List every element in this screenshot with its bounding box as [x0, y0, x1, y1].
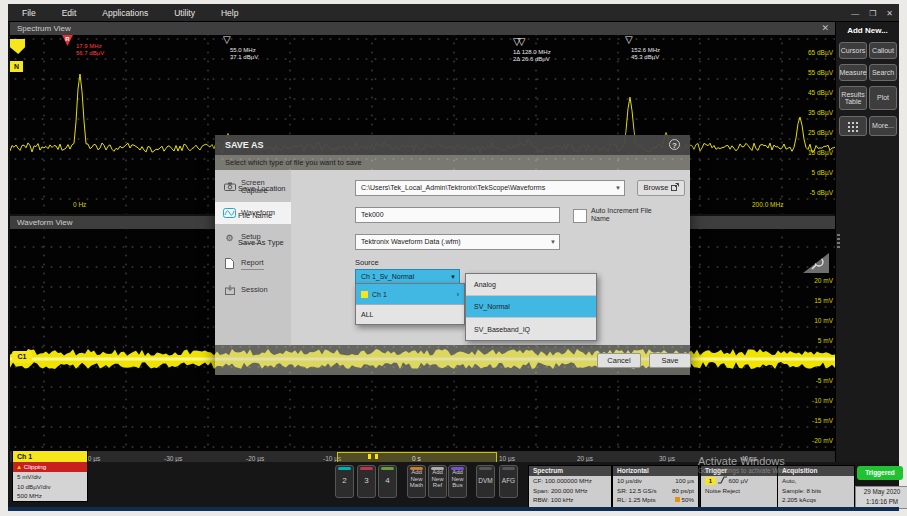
tab-report[interactable]: Report: [215, 254, 291, 274]
spectrum-y-label: 15 dBµV: [808, 149, 833, 156]
search-button[interactable]: Search: [869, 64, 897, 81]
camera-icon: [223, 182, 236, 192]
submenu-item-sv-baseband-iq[interactable]: SV_Baseband_IQ: [466, 318, 596, 340]
waveform-y-label: -10 mV: [812, 397, 833, 404]
horizontal-badge-title: Horizontal: [613, 466, 698, 476]
chevron-down-icon[interactable]: ▼: [450, 270, 456, 284]
results-table-button[interactable]: Results Table: [839, 86, 867, 110]
channel1-badge[interactable]: Ch 1 ▲ Clipping 5 mV/div 10 dBµV/div 500…: [12, 450, 88, 502]
submenu-item-analog[interactable]: Analog: [466, 274, 596, 296]
peak-marker2-icon[interactable]: ▽: [625, 35, 633, 45]
dialog-subtitle: Select which type of file you want to sa…: [215, 155, 690, 170]
spectrum-y-label: 55 dBµV: [808, 69, 833, 76]
maximize-icon[interactable]: ❒: [869, 9, 876, 18]
auto-increment-checkbox[interactable]: [573, 209, 587, 223]
peak-marker-icon[interactable]: ▽: [223, 35, 231, 45]
dvm-stripe: [479, 467, 492, 470]
waveform-y-label: -5 mV: [816, 377, 833, 384]
menu-applications[interactable]: Applications: [102, 8, 148, 18]
spectrum-view-titlebar[interactable]: Spectrum View ✕: [10, 22, 837, 35]
add-math-button[interactable]: Add New Math: [407, 465, 426, 498]
time-tick-label: 30 µs: [659, 455, 675, 462]
channel2-button[interactable]: 2: [335, 465, 354, 498]
save-as-type-label: Save As Type: [238, 238, 284, 247]
add-ref-button[interactable]: Add New Ref: [428, 465, 447, 498]
source-menu-item-ch1[interactable]: Ch 1 ›: [356, 284, 464, 304]
zoom-keypad-button[interactable]: [839, 116, 867, 136]
acquisition-badge[interactable]: Acquisition Auto, Sample: 8 bits 2.205 k…: [777, 465, 855, 508]
time-tick-label: -30 µs: [164, 455, 182, 462]
delta-marker-readout: 1Δ 128.0 MHz2Δ 26.6 dBµV: [513, 49, 551, 63]
ref-color-stripe: [431, 467, 444, 470]
dialog-tab-list: Screen Capture Waveform ⚙Setup Report Se…: [215, 170, 291, 345]
submenu-arrow-icon: ›: [457, 291, 459, 298]
source-submenu: Analog SV_Normal SV_Baseband_IQ: [465, 273, 597, 341]
peak-marker2-readout: 152.6 MHz45.3 dBµV: [631, 47, 660, 61]
channel3-button[interactable]: 3: [357, 465, 376, 498]
callout-button[interactable]: Callout: [869, 42, 897, 59]
overview-tick: [368, 454, 371, 459]
browse-button[interactable]: Browse: [637, 180, 685, 196]
plot-button[interactable]: Plot: [869, 86, 897, 110]
spectrum-n-badge[interactable]: N: [10, 61, 23, 72]
menu-utility[interactable]: Utility: [174, 8, 195, 18]
save-button[interactable]: Save: [649, 353, 691, 368]
measure-button[interactable]: Measure: [839, 64, 867, 81]
datetime-display: 29 May 2020 1:16:16 PM: [855, 486, 907, 509]
spectrum-y-label: -5 dBµV: [809, 189, 833, 196]
triggered-status-badge[interactable]: Triggered: [857, 466, 903, 480]
peak-marker-readout: 55.0 MHz37.1 dBµV: [230, 47, 258, 61]
cursors-button[interactable]: Cursors: [839, 42, 867, 59]
delta-marker-icon[interactable]: ▽▽: [513, 37, 522, 47]
waveform-y-label: 20 mV: [814, 277, 833, 284]
help-icon[interactable]: ?: [669, 139, 680, 150]
channel4-color-stripe: [381, 467, 394, 470]
bottom-accent-strip: [8, 507, 899, 511]
menu-file[interactable]: File: [22, 8, 36, 18]
waveform-icon: [223, 208, 236, 219]
file-name-input[interactable]: Tek000: [355, 207, 560, 223]
submenu-item-sv-normal[interactable]: SV_Normal: [466, 296, 596, 318]
horizontal-badge[interactable]: Horizontal 10 µs/div100 µs SR: 12.5 GS/s…: [612, 465, 699, 508]
afg-button[interactable]: AFG: [499, 465, 518, 498]
spectrum-y-label: 35 dBµV: [808, 109, 833, 116]
close-icon[interactable]: ✕: [886, 9, 893, 18]
session-icon: [223, 285, 236, 296]
channel1-badge-title: Ch 1: [13, 451, 87, 462]
channel1-handle[interactable]: C1: [12, 351, 32, 363]
time-tick-label: 40 µs: [741, 455, 757, 462]
afg-stripe: [502, 467, 515, 470]
menu-help[interactable]: Help: [221, 8, 238, 18]
chevron-down-icon[interactable]: ▼: [615, 181, 621, 195]
channel4-button[interactable]: 4: [378, 465, 397, 498]
file-name-label: File Name: [238, 211, 272, 220]
cancel-button[interactable]: Cancel: [597, 353, 641, 368]
save-as-dialog: SAVE AS ? Select which type of file you …: [215, 135, 690, 375]
dialog-footer: Cancel Save: [215, 345, 690, 375]
source-menu-item-all[interactable]: ALL: [356, 304, 464, 324]
splitter-grip[interactable]: [837, 234, 840, 250]
dialog-titlebar[interactable]: SAVE AS ?: [215, 135, 690, 155]
save-location-combobox[interactable]: C:\Users\Tek_Local_Admin\Tektronix\TekSc…: [355, 180, 625, 196]
spectrum-badge[interactable]: Spectrum CF: 100.000000 MHz Span: 200.00…: [528, 465, 612, 508]
spectrum-y-label: 25 dBµV: [808, 129, 833, 136]
spectrum-close-icon[interactable]: ✕: [821, 22, 829, 35]
spectrum-badge-title: Spectrum: [529, 466, 611, 476]
trigger-badge[interactable]: Trigger 1 600 µV Noise Reject: [700, 465, 779, 508]
minimize-icon[interactable]: —: [851, 9, 859, 18]
menu-edit[interactable]: Edit: [62, 8, 77, 18]
warning-icon: ▲: [16, 463, 22, 470]
save-location-label: Save Location: [238, 184, 286, 193]
chevron-down-icon[interactable]: ▼: [550, 235, 556, 249]
waveform-y-label: -15 mV: [812, 417, 833, 424]
spectrum-y-label: 45 dBµV: [808, 89, 833, 96]
acquisition-badge-title: Acquisition: [778, 466, 854, 476]
dvm-button[interactable]: DVM: [476, 465, 495, 498]
add-bus-button[interactable]: Add New Bus: [448, 465, 467, 498]
more-button[interactable]: More...: [869, 116, 897, 136]
save-as-type-combobox[interactable]: Tektronix Waveform Data (.wfm) ▼: [355, 234, 560, 250]
tab-session[interactable]: Session: [215, 280, 291, 300]
horizontal-position-icon: [675, 497, 680, 502]
clipping-warning: ▲ Clipping: [13, 462, 87, 472]
spectrum-view-title: Spectrum View: [17, 24, 71, 33]
